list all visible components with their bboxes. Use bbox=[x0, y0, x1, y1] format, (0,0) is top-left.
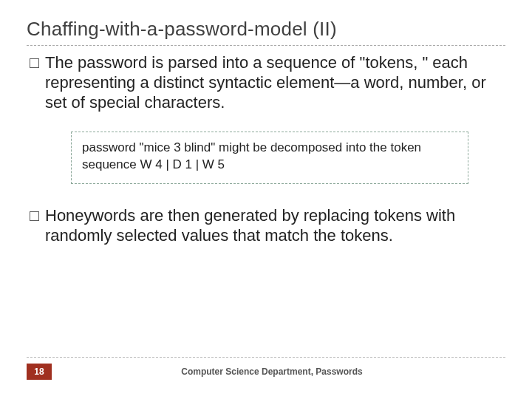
title-row: Chaffing-with-a-password-model (II) bbox=[27, 18, 505, 41]
bullet-item: The password is parsed into a sequence o… bbox=[27, 53, 505, 112]
footer: 18 Computer Science Department, Password… bbox=[27, 357, 505, 380]
bullet-item: Honeywords are then generated by replaci… bbox=[27, 206, 505, 246]
footer-row: 18 Computer Science Department, Password… bbox=[27, 364, 505, 380]
example-text: password "mice 3 blind" might be decompo… bbox=[82, 140, 421, 171]
title-divider bbox=[27, 45, 505, 46]
footer-text: Computer Science Department, Passwords bbox=[38, 366, 505, 377]
slide: Chaffing-with-a-password-model (II) The … bbox=[0, 0, 532, 399]
example-box: password "mice 3 blind" might be decompo… bbox=[71, 132, 468, 183]
slide-title: Chaffing-with-a-password-model (II) bbox=[27, 18, 505, 41]
bullet-square-icon bbox=[30, 211, 39, 221]
footer-divider bbox=[27, 357, 505, 358]
bullet-text: The password is parsed into a sequence o… bbox=[45, 53, 502, 112]
bullet-text: Honeywords are then generated by replaci… bbox=[45, 206, 502, 246]
bullet-square-icon bbox=[30, 58, 39, 68]
